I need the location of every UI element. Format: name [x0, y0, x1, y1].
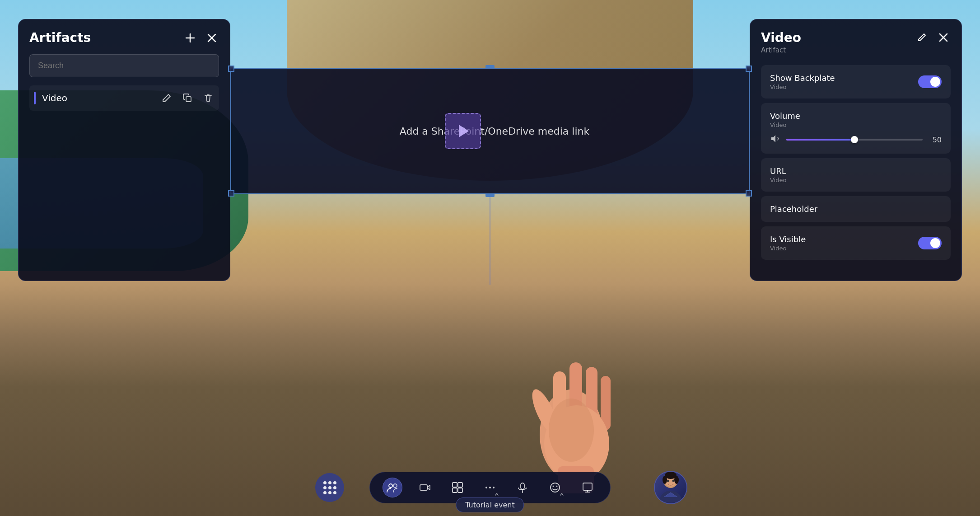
canvas-corner-br — [746, 190, 752, 197]
dots-grid — [323, 481, 336, 494]
add-artifact-button[interactable] — [183, 31, 197, 45]
svg-point-35 — [663, 476, 667, 484]
video-placeholder-text: Add a SharePoint/OneDrive media link — [400, 126, 589, 137]
video-panel-header: Video Artifact — [761, 30, 951, 54]
toolbar-more-button[interactable] — [480, 478, 500, 497]
toolbar-layout-button[interactable] — [448, 478, 467, 497]
artifacts-panel-header: Artifacts — [29, 30, 219, 45]
svg-point-29 — [553, 486, 554, 487]
show-backplate-section: Show Backplate Video — [761, 65, 951, 99]
svg-rect-8 — [586, 367, 597, 430]
svg-point-28 — [551, 483, 560, 492]
edit-video-button[interactable] — [915, 30, 929, 45]
toolbar-emoji-button[interactable] — [545, 478, 565, 497]
dot-2 — [328, 481, 331, 484]
svg-point-37 — [667, 480, 669, 482]
video-panel-header-actions — [915, 30, 951, 45]
svg-rect-21 — [453, 488, 457, 493]
toolbar-camera-button[interactable] — [415, 478, 435, 497]
show-backplate-label: Show Backplate — [770, 73, 835, 83]
artifact-indicator — [34, 92, 36, 104]
canvas-corner-tr — [746, 66, 752, 72]
artifact-video-item[interactable]: Video — [29, 85, 219, 111]
panels-container: Artifacts Video — [0, 0, 980, 516]
artifact-video-name: Video — [42, 93, 160, 103]
svg-rect-26 — [521, 483, 524, 489]
speaker-icon — [770, 134, 780, 145]
video-panel-subtitle: Artifact — [761, 46, 801, 54]
dot-9 — [333, 491, 336, 494]
artifacts-header-actions — [183, 31, 219, 45]
edit-icon — [917, 33, 927, 42]
dot-7 — [323, 491, 327, 494]
video-canvas[interactable]: Add a SharePoint/OneDrive media link — [230, 68, 750, 194]
svg-point-24 — [489, 487, 491, 488]
svg-point-13 — [549, 399, 594, 462]
volume-label: Volume — [770, 111, 800, 121]
video-panel-title: Video — [761, 30, 801, 45]
video-panel: Video Artifact — [750, 19, 962, 281]
search-input[interactable] — [29, 54, 219, 77]
url-section[interactable]: URL Video — [761, 158, 951, 192]
delete-artifact-button[interactable] — [202, 92, 215, 104]
hand-overlay — [508, 322, 635, 493]
artifacts-panel: Artifacts Video — [18, 19, 230, 281]
svg-point-5 — [540, 389, 603, 480]
placeholder-section[interactable]: Placeholder — [761, 196, 951, 222]
dot-8 — [328, 491, 331, 494]
url-sublabel: Video — [770, 177, 786, 183]
svg-point-23 — [485, 487, 487, 488]
video-placeholder-icon — [445, 113, 481, 149]
close-video-panel-button[interactable] — [936, 30, 951, 45]
is-visible-row: Is Visible Video — [770, 235, 942, 252]
chevron-up-icon-emoji — [560, 492, 564, 497]
svg-rect-18 — [420, 485, 427, 490]
canvas-stem — [490, 194, 490, 285]
svg-rect-4 — [186, 97, 191, 102]
avatar-svg — [657, 471, 684, 504]
dot-5 — [328, 486, 331, 489]
toolbar-mic-button[interactable] — [513, 478, 532, 497]
plus-icon — [185, 33, 195, 43]
copy-artifact-button[interactable] — [181, 92, 194, 104]
svg-point-38 — [672, 480, 675, 482]
edit-artifact-button[interactable] — [160, 92, 173, 104]
dot-6 — [333, 486, 336, 489]
svg-point-30 — [556, 486, 558, 487]
svg-rect-22 — [458, 488, 462, 493]
hand-svg — [508, 322, 635, 493]
trash-icon — [204, 94, 213, 103]
svg-rect-19 — [453, 483, 457, 487]
volume-slider-row: 50 — [770, 134, 942, 145]
svg-point-10 — [527, 386, 563, 438]
dot-1 — [323, 481, 327, 484]
volume-slider-fill — [786, 139, 854, 141]
volume-label-group: Volume Video — [770, 111, 800, 128]
people-icon — [386, 481, 399, 494]
url-label: URL — [770, 166, 786, 176]
play-icon — [459, 125, 469, 137]
show-backplate-toggle[interactable] — [918, 75, 942, 88]
show-backplate-sublabel: Video — [770, 84, 835, 90]
volume-section: Volume Video 50 — [761, 103, 951, 154]
toolbar-people-button[interactable] — [383, 478, 402, 497]
is-visible-toggle[interactable] — [918, 237, 942, 249]
user-avatar-button[interactable] — [654, 471, 687, 504]
grid-menu-button[interactable] — [315, 473, 344, 502]
close-artifacts-button[interactable] — [205, 31, 219, 45]
dot-4 — [323, 486, 327, 489]
close-icon — [207, 33, 217, 43]
volume-sublabel: Video — [770, 122, 800, 128]
show-backplate-label-group: Show Backplate Video — [770, 73, 835, 90]
is-visible-sublabel: Video — [770, 245, 806, 252]
toolbar-share-button[interactable] — [578, 478, 597, 497]
volume-slider-track[interactable] — [786, 139, 923, 141]
canvas-corner-bl — [228, 190, 234, 197]
tutorial-event-text: Tutorial event — [465, 501, 514, 509]
volume-slider-thumb[interactable] — [851, 136, 858, 143]
is-visible-label: Is Visible — [770, 235, 806, 244]
svg-point-17 — [393, 484, 397, 488]
artifact-video-actions — [160, 92, 215, 104]
svg-point-16 — [389, 484, 392, 488]
copy-icon — [183, 94, 192, 103]
